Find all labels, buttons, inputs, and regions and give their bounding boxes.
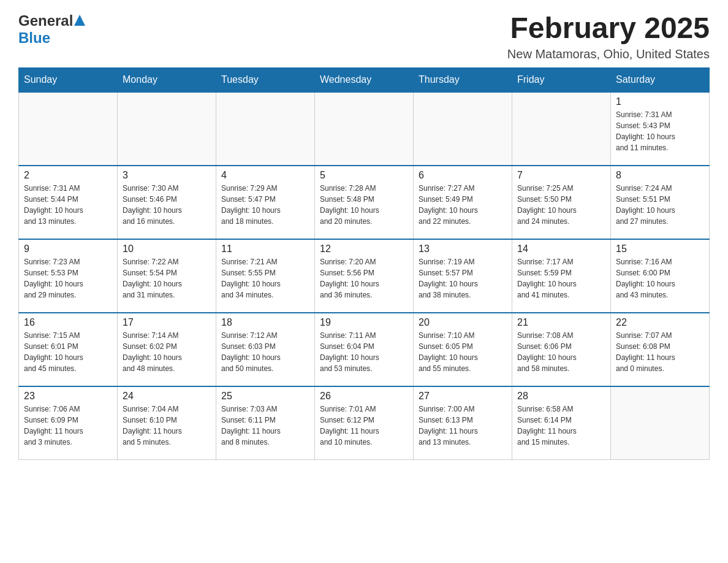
day-number: 15 <box>616 243 704 255</box>
day-number: 3 <box>123 170 211 181</box>
day-info: Sunrise: 7:10 AM Sunset: 6:05 PM Dayligh… <box>419 330 507 374</box>
calendar-cell-w5-d6: 28Sunrise: 6:58 AM Sunset: 6:14 PM Dayli… <box>512 386 611 460</box>
day-number: 23 <box>24 391 112 402</box>
calendar-week-5: 23Sunrise: 7:06 AM Sunset: 6:09 PM Dayli… <box>19 386 710 460</box>
day-info: Sunrise: 7:15 AM Sunset: 6:01 PM Dayligh… <box>24 330 112 374</box>
day-info: Sunrise: 7:27 AM Sunset: 5:49 PM Dayligh… <box>419 183 507 227</box>
day-number: 28 <box>517 391 605 402</box>
calendar-cell-w5-d3: 25Sunrise: 7:03 AM Sunset: 6:11 PM Dayli… <box>216 386 315 460</box>
calendar-cell-w5-d2: 24Sunrise: 7:04 AM Sunset: 6:10 PM Dayli… <box>118 386 216 460</box>
page-subtitle: New Matamoras, Ohio, United States <box>507 47 710 61</box>
calendar-cell-w5-d7 <box>611 386 710 460</box>
calendar-cell-w5-d5: 27Sunrise: 7:00 AM Sunset: 6:13 PM Dayli… <box>414 386 512 460</box>
logo-triangle-icon <box>74 13 85 28</box>
logo-blue-text: Blue <box>18 29 50 46</box>
day-info: Sunrise: 7:03 AM Sunset: 6:11 PM Dayligh… <box>221 404 309 448</box>
day-number: 2 <box>24 170 112 181</box>
header-thursday: Thursday <box>414 67 512 92</box>
calendar-cell-w4-d1: 16Sunrise: 7:15 AM Sunset: 6:01 PM Dayli… <box>19 313 118 386</box>
day-info: Sunrise: 7:28 AM Sunset: 5:48 PM Dayligh… <box>320 183 408 227</box>
calendar-cell-w4-d3: 18Sunrise: 7:12 AM Sunset: 6:03 PM Dayli… <box>216 313 315 386</box>
day-number: 25 <box>221 391 309 402</box>
day-number: 14 <box>517 243 605 255</box>
day-info: Sunrise: 7:04 AM Sunset: 6:10 PM Dayligh… <box>123 404 211 448</box>
day-number: 22 <box>616 317 704 328</box>
calendar-cell-w3-d2: 10Sunrise: 7:22 AM Sunset: 5:54 PM Dayli… <box>118 239 216 313</box>
day-info: Sunrise: 7:06 AM Sunset: 6:09 PM Dayligh… <box>24 404 112 448</box>
calendar-week-3: 9Sunrise: 7:23 AM Sunset: 5:53 PM Daylig… <box>19 239 710 313</box>
calendar-week-4: 16Sunrise: 7:15 AM Sunset: 6:01 PM Dayli… <box>19 313 710 386</box>
day-info: Sunrise: 7:31 AM Sunset: 5:44 PM Dayligh… <box>24 183 112 227</box>
header-sunday: Sunday <box>19 67 118 92</box>
day-info: Sunrise: 7:31 AM Sunset: 5:43 PM Dayligh… <box>616 109 704 153</box>
day-number: 21 <box>517 317 605 328</box>
calendar-cell-w2-d2: 3Sunrise: 7:30 AM Sunset: 5:46 PM Daylig… <box>118 166 216 239</box>
calendar-week-2: 2Sunrise: 7:31 AM Sunset: 5:44 PM Daylig… <box>19 166 710 239</box>
day-info: Sunrise: 7:11 AM Sunset: 6:04 PM Dayligh… <box>320 330 408 374</box>
header-tuesday: Tuesday <box>216 67 315 92</box>
calendar-cell-w2-d7: 8Sunrise: 7:24 AM Sunset: 5:51 PM Daylig… <box>611 166 710 239</box>
calendar-cell-w4-d5: 20Sunrise: 7:10 AM Sunset: 6:05 PM Dayli… <box>414 313 512 386</box>
day-info: Sunrise: 6:58 AM Sunset: 6:14 PM Dayligh… <box>517 404 605 448</box>
calendar-cell-w1-d5 <box>414 92 512 166</box>
day-number: 27 <box>419 391 507 402</box>
header-saturday: Saturday <box>611 67 710 92</box>
day-info: Sunrise: 7:17 AM Sunset: 5:59 PM Dayligh… <box>517 256 605 301</box>
page-title: February 2025 <box>507 12 710 45</box>
calendar-header-row: Sunday Monday Tuesday Wednesday Thursday… <box>19 67 710 92</box>
day-info: Sunrise: 7:20 AM Sunset: 5:56 PM Dayligh… <box>320 256 408 301</box>
day-info: Sunrise: 7:14 AM Sunset: 6:02 PM Dayligh… <box>123 330 211 374</box>
calendar-cell-w5-d1: 23Sunrise: 7:06 AM Sunset: 6:09 PM Dayli… <box>19 386 118 460</box>
day-info: Sunrise: 7:22 AM Sunset: 5:54 PM Dayligh… <box>123 256 211 301</box>
day-number: 4 <box>221 170 309 181</box>
day-number: 7 <box>517 170 605 181</box>
calendar-cell-w2-d6: 7Sunrise: 7:25 AM Sunset: 5:50 PM Daylig… <box>512 166 611 239</box>
day-number: 16 <box>24 317 112 328</box>
calendar-cell-w3-d6: 14Sunrise: 7:17 AM Sunset: 5:59 PM Dayli… <box>512 239 611 313</box>
calendar-cell-w5-d4: 26Sunrise: 7:01 AM Sunset: 6:12 PM Dayli… <box>315 386 414 460</box>
calendar-cell-w3-d5: 13Sunrise: 7:19 AM Sunset: 5:57 PM Dayli… <box>414 239 512 313</box>
calendar-cell-w1-d1 <box>19 92 118 166</box>
calendar-cell-w3-d4: 12Sunrise: 7:20 AM Sunset: 5:56 PM Dayli… <box>315 239 414 313</box>
day-number: 20 <box>419 317 507 328</box>
calendar-table: Sunday Monday Tuesday Wednesday Thursday… <box>18 67 710 461</box>
day-info: Sunrise: 7:07 AM Sunset: 6:08 PM Dayligh… <box>616 330 704 374</box>
logo: General Blue <box>18 12 86 47</box>
day-number: 19 <box>320 317 408 328</box>
day-number: 24 <box>123 391 211 402</box>
header-friday: Friday <box>512 67 611 92</box>
header-monday: Monday <box>118 67 216 92</box>
calendar-cell-w3-d3: 11Sunrise: 7:21 AM Sunset: 5:55 PM Dayli… <box>216 239 315 313</box>
day-info: Sunrise: 7:29 AM Sunset: 5:47 PM Dayligh… <box>221 183 309 227</box>
day-number: 8 <box>616 170 704 181</box>
day-number: 12 <box>320 243 408 255</box>
day-info: Sunrise: 7:21 AM Sunset: 5:55 PM Dayligh… <box>221 256 309 301</box>
calendar-cell-w2-d3: 4Sunrise: 7:29 AM Sunset: 5:47 PM Daylig… <box>216 166 315 239</box>
day-number: 11 <box>221 243 309 255</box>
calendar-cell-w1-d7: 1Sunrise: 7:31 AM Sunset: 5:43 PM Daylig… <box>611 92 710 166</box>
day-number: 17 <box>123 317 211 328</box>
calendar-cell-w1-d4 <box>315 92 414 166</box>
day-number: 10 <box>123 243 211 255</box>
day-number: 26 <box>320 391 408 402</box>
day-info: Sunrise: 7:16 AM Sunset: 6:00 PM Dayligh… <box>616 256 704 301</box>
calendar-cell-w2-d5: 6Sunrise: 7:27 AM Sunset: 5:49 PM Daylig… <box>414 166 512 239</box>
logo-general-text: General <box>18 12 73 29</box>
day-number: 5 <box>320 170 408 181</box>
day-number: 18 <box>221 317 309 328</box>
svg-marker-0 <box>74 15 85 26</box>
day-number: 1 <box>616 96 704 107</box>
calendar-cell-w3-d1: 9Sunrise: 7:23 AM Sunset: 5:53 PM Daylig… <box>19 239 118 313</box>
calendar-cell-w4-d2: 17Sunrise: 7:14 AM Sunset: 6:02 PM Dayli… <box>118 313 216 386</box>
day-number: 9 <box>24 243 112 255</box>
calendar-cell-w4-d4: 19Sunrise: 7:11 AM Sunset: 6:04 PM Dayli… <box>315 313 414 386</box>
page-header: General Blue February 2025 New Matamoras… <box>18 12 710 61</box>
day-info: Sunrise: 7:12 AM Sunset: 6:03 PM Dayligh… <box>221 330 309 374</box>
day-info: Sunrise: 7:08 AM Sunset: 6:06 PM Dayligh… <box>517 330 605 374</box>
day-info: Sunrise: 7:30 AM Sunset: 5:46 PM Dayligh… <box>123 183 211 227</box>
calendar-cell-w1-d3 <box>216 92 315 166</box>
calendar-cell-w2-d4: 5Sunrise: 7:28 AM Sunset: 5:48 PM Daylig… <box>315 166 414 239</box>
day-info: Sunrise: 7:24 AM Sunset: 5:51 PM Dayligh… <box>616 183 704 227</box>
calendar-cell-w1-d6 <box>512 92 611 166</box>
header-wednesday: Wednesday <box>315 67 414 92</box>
